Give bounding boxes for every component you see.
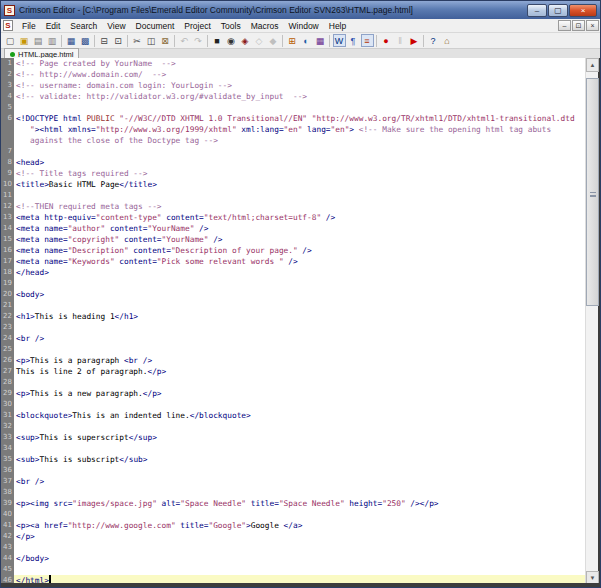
code-row[interactable]: 2<!-- http://www.domain.com/ --> <box>1 69 585 80</box>
save-icon[interactable]: ▦ <box>65 34 78 47</box>
close-button[interactable]: × <box>569 4 597 17</box>
run-script-icon[interactable]: ▦ <box>314 34 327 47</box>
paste-icon[interactable]: ⊠ <box>159 34 172 47</box>
code-row[interactable]: 3<!-- username: domain.com login: YourLo… <box>1 80 585 91</box>
code-row[interactable]: 44</body> <box>1 553 585 564</box>
maximize-button[interactable]: ▢ <box>548 4 568 17</box>
menu-item-tools[interactable]: Tools <box>216 20 246 32</box>
code-row[interactable]: 8<head> <box>1 157 585 168</box>
code-row[interactable]: against the close of the Doctype tag --> <box>1 135 585 146</box>
cut-icon[interactable]: ✂ <box>131 34 144 47</box>
mdi-restore-button[interactable]: ⊡ <box>572 20 585 31</box>
code-row[interactable]: 28 <box>1 377 585 388</box>
code-row[interactable]: 21 <box>1 300 585 311</box>
code-row[interactable]: 31<blockquote>This is an indented line.<… <box>1 410 585 421</box>
code-row[interactable]: 27This is line 2 of paragraph.</p> <box>1 366 585 377</box>
find-icon[interactable]: ◉ <box>225 34 238 47</box>
code-row[interactable]: 17<meta name="Keywords" content="Pick so… <box>1 256 585 267</box>
new-file-icon[interactable]: ▢ <box>4 34 17 47</box>
code-row[interactable]: 34 <box>1 443 585 454</box>
code-row[interactable]: 19 <box>1 278 585 289</box>
code-text: <h1>This is heading 1</h1> <box>14 311 585 322</box>
html-tags-icon[interactable]: ⊞ <box>286 34 299 47</box>
menu-item-view[interactable]: View <box>102 20 130 32</box>
code-row[interactable]: 45 <box>1 564 585 575</box>
code-row[interactable]: 9<!-- Title tags required --> <box>1 168 585 179</box>
code-row[interactable]: 12<!--THEN required meta tags --> <box>1 201 585 212</box>
word-wrap-icon[interactable]: W <box>333 34 346 47</box>
menu-item-project[interactable]: Project <box>179 20 215 32</box>
dos-command-icon[interactable]: ■ <box>211 34 224 47</box>
show-whitespace-icon[interactable]: ¶ <box>347 34 360 47</box>
line-number: 21 <box>1 300 14 311</box>
code-row[interactable]: 38 <box>1 487 585 498</box>
mdi-minimize-button[interactable]: – <box>558 20 571 31</box>
code-row[interactable]: 39<p><img src="images/space.jpg" alt="Sp… <box>1 498 585 509</box>
print-icon[interactable]: ⊟ <box>98 34 111 47</box>
record-macro-icon[interactable]: ● <box>380 34 393 47</box>
code-row[interactable]: 18</head> <box>1 267 585 278</box>
play-macro-icon[interactable]: ▶ <box>408 34 421 47</box>
menu-item-search[interactable]: Search <box>65 20 102 32</box>
menu-item-help[interactable]: Help <box>324 20 351 32</box>
code-row[interactable]: 14<meta name="author" content="YourName"… <box>1 223 585 234</box>
menu-item-document[interactable]: Document <box>131 20 180 32</box>
open-remote-icon[interactable]: ▤ <box>32 34 45 47</box>
copy-icon[interactable]: ◫ <box>145 34 158 47</box>
code-text <box>14 300 585 311</box>
code-row[interactable]: 33<sup>This is superscript</sup> <box>1 432 585 443</box>
code-text: <meta name="copyright" content="YourName… <box>14 234 585 245</box>
code-editor[interactable]: 1<!-- Page created by YourName -->2<!-- … <box>1 58 585 585</box>
code-row[interactable]: 37<br /> <box>1 476 585 487</box>
code-row[interactable]: 23 <box>1 322 585 333</box>
line-number: 12 <box>1 201 14 212</box>
code-row[interactable]: 42</p> <box>1 531 585 542</box>
menu-item-file[interactable]: File <box>17 20 41 32</box>
code-row[interactable]: 4<!-- validate: http://validator.w3.org/… <box>1 91 585 102</box>
code-row[interactable]: 22<h1>This is heading 1</h1> <box>1 311 585 322</box>
code-row[interactable]: 10<title>Basic HTML Page</title> <box>1 179 585 190</box>
code-row[interactable]: 25 <box>1 344 585 355</box>
code-row[interactable]: 36 <box>1 465 585 476</box>
code-row[interactable]: 32 <box>1 421 585 432</box>
line-number: 30 <box>1 399 14 410</box>
code-row[interactable]: 35<sub>This is subscript</sub> <box>1 454 585 465</box>
code-row[interactable]: 15<meta name="copyright" content="YourNa… <box>1 234 585 245</box>
open-file-icon[interactable]: ▣ <box>18 34 31 47</box>
code-row[interactable]: 24<br /> <box>1 333 585 344</box>
code-row[interactable]: 6<!DOCTYPE html PUBLIC "-//W3C//DTD XHTM… <box>1 113 585 124</box>
help-icon[interactable]: ? <box>427 34 440 47</box>
menu-item-window[interactable]: Window <box>284 20 324 32</box>
code-row[interactable]: "><html xmlns="http://www.w3.org/1999/xh… <box>1 124 585 135</box>
code-row[interactable]: 40 <box>1 509 585 520</box>
code-row[interactable]: 30 <box>1 399 585 410</box>
code-row[interactable]: 29<p>This is a new paragraph.</p> <box>1 388 585 399</box>
close-file-icon[interactable]: ▥ <box>46 34 59 47</box>
menu-item-macros[interactable]: Macros <box>246 20 284 32</box>
vertical-scrollbar[interactable]: ▲ ▼ <box>585 58 598 585</box>
scrollbar-thumb[interactable] <box>586 78 599 306</box>
line-number: 11 <box>1 190 14 201</box>
menu-item-edit[interactable]: Edit <box>41 20 66 32</box>
find-in-files-icon[interactable]: ◈ <box>239 34 252 47</box>
code-row[interactable]: 13<meta http-equiv="content-type" conten… <box>1 212 585 223</box>
browser-preview-icon[interactable]: ◐ <box>300 34 313 47</box>
mdi-close-button[interactable]: × <box>586 20 599 31</box>
window-title: Crimson Editor - [C:\Program Files\Emera… <box>19 5 527 15</box>
print-preview-icon[interactable]: ⊡ <box>112 34 125 47</box>
line-numbers-icon[interactable]: ≡ <box>361 34 374 47</box>
save-all-icon[interactable]: ▩ <box>79 34 92 47</box>
code-row[interactable]: 16<meta name="Description" content="Desc… <box>1 245 585 256</box>
code-row[interactable]: 20<body> <box>1 289 585 300</box>
code-row[interactable]: 26<p>This is a paragraph <br /> <box>1 355 585 366</box>
line-number: 13 <box>1 212 14 223</box>
scroll-up-icon[interactable]: ▲ <box>586 58 599 72</box>
minimize-button[interactable]: – <box>527 4 547 17</box>
home-icon[interactable]: ⌂ <box>441 34 454 47</box>
code-row[interactable]: 1<!-- Page created by YourName --> <box>1 58 585 69</box>
code-row[interactable]: 41<p><a href="http://www.google.com" tit… <box>1 520 585 531</box>
code-row[interactable]: 7 <box>1 146 585 157</box>
code-row[interactable]: 43 <box>1 542 585 553</box>
code-row[interactable]: 11 <box>1 190 585 201</box>
code-row[interactable]: 5 <box>1 102 585 113</box>
